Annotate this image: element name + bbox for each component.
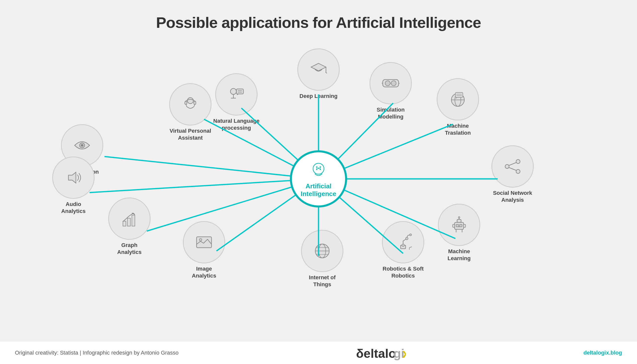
footer-website: deltalogix.blog [583, 350, 622, 356]
svg-point-21 [320, 169, 321, 170]
footer-logo: δeltalo gi x [356, 345, 406, 360]
svg-point-19 [320, 166, 321, 168]
footer-credits: Original creativity: Statista | Infograp… [15, 350, 179, 356]
center-circle: ArtificialIntelligence [290, 150, 347, 208]
center-label: ArtificialIntelligence [301, 182, 336, 198]
svg-point-18 [316, 166, 318, 168]
footer: Original creativity: Statista | Infograp… [0, 342, 637, 364]
svg-line-3 [105, 156, 318, 179]
svg-line-4 [90, 179, 318, 192]
page-title: Possible applications for Artificial Int… [0, 0, 637, 31]
svg-text:x: x [402, 346, 406, 360]
svg-point-20 [316, 169, 318, 170]
diagram-container: ArtificialIntelligence Deep Learning [0, 35, 637, 333]
svg-text:δeltalo: δeltalo [356, 346, 396, 360]
svg-point-22 [318, 168, 319, 169]
